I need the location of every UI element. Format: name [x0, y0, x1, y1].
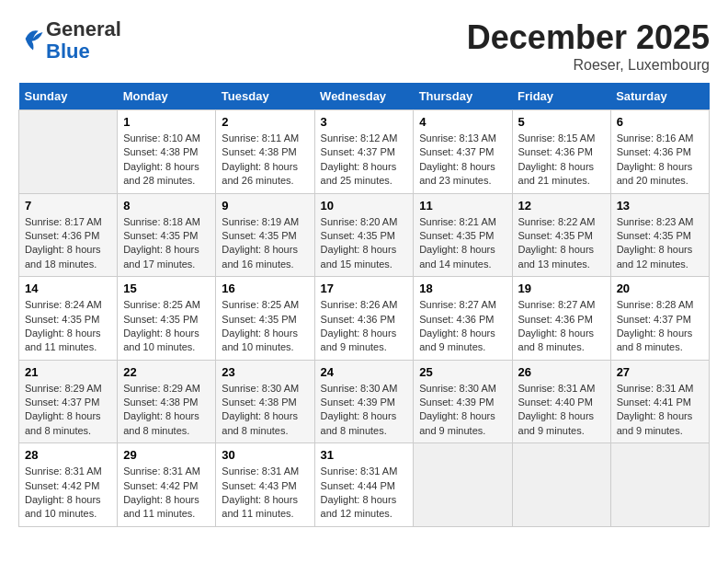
calendar-cell: 9Sunrise: 8:19 AMSunset: 4:35 PMDaylight… — [216, 193, 314, 277]
day-info: Sunrise: 8:27 AMSunset: 4:36 PMDaylight:… — [419, 298, 506, 355]
calendar-cell: 19Sunrise: 8:27 AMSunset: 4:36 PMDayligh… — [512, 277, 610, 361]
calendar-cell — [610, 443, 709, 527]
calendar-cell: 27Sunrise: 8:31 AMSunset: 4:41 PMDayligh… — [610, 360, 709, 443]
logo: General Blue — [18, 18, 121, 63]
day-number: 9 — [222, 199, 308, 213]
calendar-cell: 3Sunrise: 8:12 AMSunset: 4:37 PMDaylight… — [314, 110, 414, 194]
day-info: Sunrise: 8:25 AMSunset: 4:35 PMDaylight:… — [123, 298, 210, 355]
day-info: Sunrise: 8:19 AMSunset: 4:35 PMDaylight:… — [222, 215, 308, 272]
calendar-body: 1Sunrise: 8:10 AMSunset: 4:38 PMDaylight… — [19, 110, 710, 527]
day-info: Sunrise: 8:29 AMSunset: 4:37 PMDaylight:… — [25, 382, 111, 439]
calendar-cell: 4Sunrise: 8:13 AMSunset: 4:37 PMDaylight… — [414, 110, 512, 194]
day-number: 18 — [419, 282, 506, 295]
calendar-cell: 30Sunrise: 8:31 AMSunset: 4:43 PMDayligh… — [216, 443, 314, 527]
day-number: 10 — [321, 199, 408, 213]
day-info: Sunrise: 8:18 AMSunset: 4:35 PMDaylight:… — [123, 215, 210, 272]
day-info: Sunrise: 8:12 AMSunset: 4:37 PMDaylight:… — [321, 132, 408, 189]
day-info: Sunrise: 8:30 AMSunset: 4:38 PMDaylight:… — [222, 382, 308, 439]
calendar-cell: 5Sunrise: 8:15 AMSunset: 4:36 PMDaylight… — [512, 110, 610, 194]
day-info: Sunrise: 8:30 AMSunset: 4:39 PMDaylight:… — [419, 382, 506, 439]
day-info: Sunrise: 8:17 AMSunset: 4:36 PMDaylight:… — [25, 215, 111, 272]
day-info: Sunrise: 8:31 AMSunset: 4:44 PMDaylight:… — [321, 465, 408, 522]
day-number: 14 — [25, 282, 111, 295]
calendar-header-friday: Friday — [512, 83, 610, 110]
calendar-cell: 13Sunrise: 8:23 AMSunset: 4:35 PMDayligh… — [610, 193, 709, 277]
day-number: 7 — [25, 199, 111, 213]
calendar-cell: 1Sunrise: 8:10 AMSunset: 4:38 PMDaylight… — [118, 110, 216, 194]
calendar-cell — [414, 443, 512, 527]
day-info: Sunrise: 8:23 AMSunset: 4:35 PMDaylight:… — [617, 215, 703, 272]
calendar-week-row: 1Sunrise: 8:10 AMSunset: 4:38 PMDaylight… — [19, 110, 710, 194]
calendar-cell: 6Sunrise: 8:16 AMSunset: 4:36 PMDaylight… — [610, 110, 709, 194]
day-info: Sunrise: 8:29 AMSunset: 4:38 PMDaylight:… — [123, 382, 210, 439]
title-block: December 2025 Roeser, Luxembourg — [467, 18, 710, 74]
calendar-cell: 7Sunrise: 8:17 AMSunset: 4:36 PMDaylight… — [19, 193, 118, 277]
day-info: Sunrise: 8:22 AMSunset: 4:35 PMDaylight:… — [518, 215, 605, 272]
day-number: 29 — [123, 448, 210, 462]
calendar-header-thursday: Thursday — [414, 83, 512, 110]
location-subtitle: Roeser, Luxembourg — [467, 57, 710, 74]
day-number: 4 — [419, 115, 506, 129]
calendar-header-monday: Monday — [118, 83, 216, 110]
day-number: 17 — [321, 282, 408, 295]
day-info: Sunrise: 8:16 AMSunset: 4:36 PMDaylight:… — [617, 132, 703, 189]
day-info: Sunrise: 8:30 AMSunset: 4:39 PMDaylight:… — [321, 382, 408, 439]
day-info: Sunrise: 8:27 AMSunset: 4:36 PMDaylight:… — [518, 298, 605, 355]
calendar-week-row: 21Sunrise: 8:29 AMSunset: 4:37 PMDayligh… — [19, 360, 710, 443]
calendar-header-tuesday: Tuesday — [216, 83, 314, 110]
day-number: 3 — [321, 115, 408, 129]
page-header: General Blue December 2025 Roeser, Luxem… — [18, 18, 710, 74]
calendar-cell: 14Sunrise: 8:24 AMSunset: 4:35 PMDayligh… — [19, 277, 118, 361]
day-number: 6 — [617, 115, 703, 129]
day-info: Sunrise: 8:31 AMSunset: 4:41 PMDaylight:… — [617, 382, 703, 439]
calendar-cell: 21Sunrise: 8:29 AMSunset: 4:37 PMDayligh… — [19, 360, 118, 443]
day-number: 31 — [321, 448, 408, 462]
calendar-header-wednesday: Wednesday — [314, 83, 414, 110]
calendar-cell: 11Sunrise: 8:21 AMSunset: 4:35 PMDayligh… — [414, 193, 512, 277]
day-number: 21 — [25, 365, 111, 379]
calendar-cell — [512, 443, 610, 527]
day-number: 2 — [222, 115, 308, 129]
day-number: 8 — [123, 199, 210, 213]
day-info: Sunrise: 8:11 AMSunset: 4:38 PMDaylight:… — [222, 132, 308, 189]
calendar-cell: 23Sunrise: 8:30 AMSunset: 4:38 PMDayligh… — [216, 360, 314, 443]
day-info: Sunrise: 8:31 AMSunset: 4:43 PMDaylight:… — [222, 465, 308, 522]
calendar-cell: 20Sunrise: 8:28 AMSunset: 4:37 PMDayligh… — [610, 277, 709, 361]
day-number: 30 — [222, 448, 308, 462]
calendar-cell: 25Sunrise: 8:30 AMSunset: 4:39 PMDayligh… — [414, 360, 512, 443]
day-number: 28 — [25, 448, 111, 462]
day-number: 27 — [617, 365, 703, 379]
calendar-header-row: SundayMondayTuesdayWednesdayThursdayFrid… — [19, 83, 710, 110]
calendar-cell: 29Sunrise: 8:31 AMSunset: 4:42 PMDayligh… — [118, 443, 216, 527]
calendar-cell: 12Sunrise: 8:22 AMSunset: 4:35 PMDayligh… — [512, 193, 610, 277]
calendar-cell: 31Sunrise: 8:31 AMSunset: 4:44 PMDayligh… — [314, 443, 414, 527]
month-title: December 2025 — [467, 18, 710, 57]
day-info: Sunrise: 8:26 AMSunset: 4:36 PMDaylight:… — [321, 298, 408, 355]
day-info: Sunrise: 8:28 AMSunset: 4:37 PMDaylight:… — [617, 298, 703, 355]
day-number: 12 — [518, 199, 605, 213]
day-info: Sunrise: 8:20 AMSunset: 4:35 PMDaylight:… — [321, 215, 408, 272]
day-number: 24 — [321, 365, 408, 379]
day-info: Sunrise: 8:15 AMSunset: 4:36 PMDaylight:… — [518, 132, 605, 189]
calendar-header-sunday: Sunday — [19, 83, 118, 110]
logo-bird-icon — [20, 26, 46, 52]
day-number: 25 — [419, 365, 506, 379]
day-info: Sunrise: 8:31 AMSunset: 4:42 PMDaylight:… — [123, 465, 210, 522]
calendar-cell: 8Sunrise: 8:18 AMSunset: 4:35 PMDaylight… — [118, 193, 216, 277]
calendar-cell: 22Sunrise: 8:29 AMSunset: 4:38 PMDayligh… — [118, 360, 216, 443]
calendar-week-row: 7Sunrise: 8:17 AMSunset: 4:36 PMDaylight… — [19, 193, 710, 277]
day-number: 1 — [123, 115, 210, 129]
day-info: Sunrise: 8:31 AMSunset: 4:40 PMDaylight:… — [518, 382, 605, 439]
day-info: Sunrise: 8:13 AMSunset: 4:37 PMDaylight:… — [419, 132, 506, 189]
day-number: 19 — [518, 282, 605, 295]
calendar-cell — [19, 110, 118, 194]
calendar-cell: 16Sunrise: 8:25 AMSunset: 4:35 PMDayligh… — [216, 277, 314, 361]
calendar-cell: 17Sunrise: 8:26 AMSunset: 4:36 PMDayligh… — [314, 277, 414, 361]
day-number: 22 — [123, 365, 210, 379]
calendar-header-saturday: Saturday — [610, 83, 709, 110]
day-info: Sunrise: 8:24 AMSunset: 4:35 PMDaylight:… — [25, 298, 111, 355]
day-number: 20 — [617, 282, 703, 295]
day-number: 13 — [617, 199, 703, 213]
day-number: 23 — [222, 365, 308, 379]
calendar-cell: 10Sunrise: 8:20 AMSunset: 4:35 PMDayligh… — [314, 193, 414, 277]
